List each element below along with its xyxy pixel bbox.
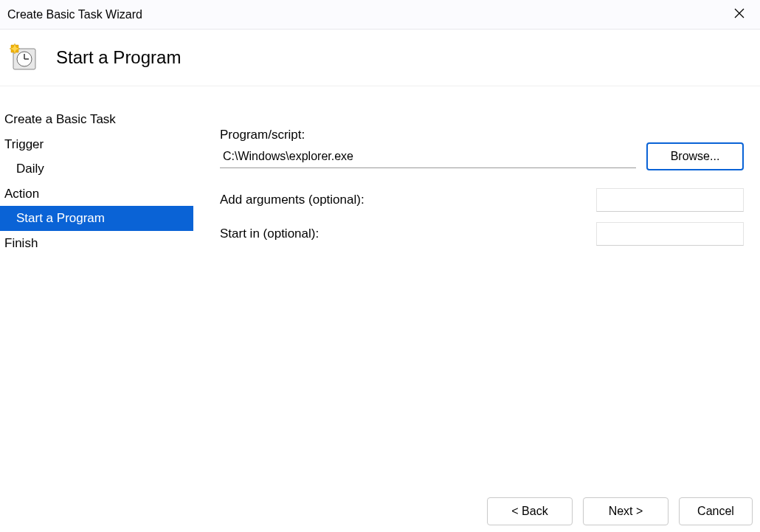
close-icon (734, 8, 745, 21)
titlebar: Create Basic Task Wizard (0, 0, 760, 30)
step-start-a-program[interactable]: Start a Program (0, 206, 193, 231)
startin-input[interactable] (596, 222, 744, 246)
content-area: Create a Basic Task Trigger Daily Action… (0, 86, 760, 490)
form-area: Program/script: Browse... Add arguments … (193, 86, 760, 490)
next-button[interactable]: Next > (583, 497, 669, 525)
step-trigger[interactable]: Trigger (0, 132, 193, 157)
arguments-input[interactable] (596, 188, 744, 212)
startin-label: Start in (optional): (220, 227, 319, 241)
browse-button[interactable]: Browse... (646, 142, 744, 170)
window-title: Create Basic Task Wizard (7, 8, 142, 21)
step-trigger-daily[interactable]: Daily (0, 156, 193, 182)
program-script-input[interactable] (220, 145, 636, 168)
startin-row: Start in (optional): (220, 222, 744, 246)
wizard-header: Start a Program (0, 30, 760, 86)
wizard-footer: < Back Next > Cancel (0, 491, 760, 532)
arguments-label: Add arguments (optional): (220, 193, 365, 207)
page-heading: Start a Program (56, 47, 181, 68)
close-button[interactable] (725, 0, 754, 30)
program-script-label: Program/script: (220, 128, 744, 142)
arguments-row: Add arguments (optional): (220, 188, 744, 212)
program-input-row: Browse... (220, 142, 744, 170)
clock-icon (9, 43, 38, 72)
step-finish[interactable]: Finish (0, 231, 193, 256)
step-action[interactable]: Action (0, 182, 193, 207)
back-button[interactable]: < Back (487, 497, 573, 525)
step-create-basic-task[interactable]: Create a Basic Task (0, 107, 193, 132)
cancel-button[interactable]: Cancel (679, 497, 753, 525)
wizard-steps-sidebar: Create a Basic Task Trigger Daily Action… (0, 86, 193, 490)
